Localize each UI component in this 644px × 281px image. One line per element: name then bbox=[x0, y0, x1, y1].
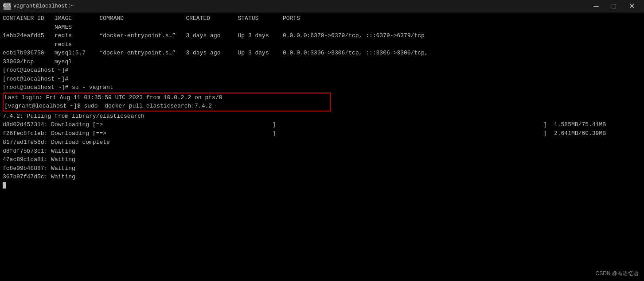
download-line-1-container: d8d02d457314: Downloading [=> ]] 1.585MB… bbox=[3, 120, 641, 129]
waiting-line-3: fc8e09b48887: Waiting bbox=[3, 164, 641, 173]
docker-pull-command: [vagrant@localhost ~]$ sudo docker pull … bbox=[4, 102, 330, 111]
docker-ps-header: CONTAINER ID IMAGE COMMAND CREATED STATU… bbox=[3, 14, 641, 23]
prompt-line-1: [root@localhost ~]# bbox=[3, 66, 641, 75]
container-row-redis: 1ebb24eafdd5 redis “docker-entrypoint.s…… bbox=[3, 31, 641, 40]
download-complete-line: 8177ad1fe56d: Download complete bbox=[3, 138, 641, 147]
su-command-line: [root@localhost ~]# su - vagrant bbox=[3, 83, 641, 92]
minimize-button[interactable]: ─ bbox=[587, 0, 605, 12]
cursor-line bbox=[3, 181, 641, 190]
title-bar: C:\ vagrant@localhost:~ ─ □ ✕ bbox=[0, 0, 644, 12]
last-login-line: Last login: Fri Aug 11 01:35:59 UTC 2023… bbox=[4, 93, 330, 102]
container-row-redis-name: redis bbox=[3, 40, 641, 49]
download-line-2: f26fec8fc1eb: Downloading [==> ]] 2.641M… bbox=[3, 129, 641, 138]
title-bar-left: C:\ vagrant@localhost:~ bbox=[4, 3, 74, 10]
waiting-line-2: 47ac89c1da81: Waiting bbox=[3, 155, 641, 164]
window-title: vagrant@localhost:~ bbox=[13, 3, 74, 9]
container-row-mysql-name: 33060/tcp mysql bbox=[3, 58, 641, 66]
pull-header: 7.4.2: Pulling from library/elasticsearc… bbox=[3, 112, 641, 121]
terminal-window: CONTAINER ID IMAGE COMMAND CREATED STATU… bbox=[0, 12, 644, 281]
container-row-mysql: ecb17b936750 mysql:5.7 “docker-entrypoin… bbox=[3, 49, 641, 58]
prompt-line-2: [root@localhost ~]# bbox=[3, 75, 641, 84]
download-line-1: d8d02d457314: Downloading [=> ]] 1.585MB… bbox=[3, 120, 641, 129]
waiting-line-4: 367b97f47d5c: Waiting bbox=[3, 173, 641, 181]
waiting-line-1: d8fdf75b73c1: Waiting bbox=[3, 147, 641, 156]
watermark: CSDN @有语忆语 bbox=[595, 270, 639, 277]
terminal-cursor bbox=[3, 182, 6, 189]
maximize-button[interactable]: □ bbox=[605, 0, 623, 12]
download-line-2-container: f26fec8fc1eb: Downloading [==> ]] 2.641M… bbox=[3, 129, 641, 138]
close-button[interactable]: ✕ bbox=[623, 0, 640, 12]
window-controls[interactable]: ─ □ ✕ bbox=[587, 0, 640, 12]
docker-ps-header-names: NAMES bbox=[3, 23, 641, 32]
terminal-icon: C:\ bbox=[4, 3, 11, 10]
